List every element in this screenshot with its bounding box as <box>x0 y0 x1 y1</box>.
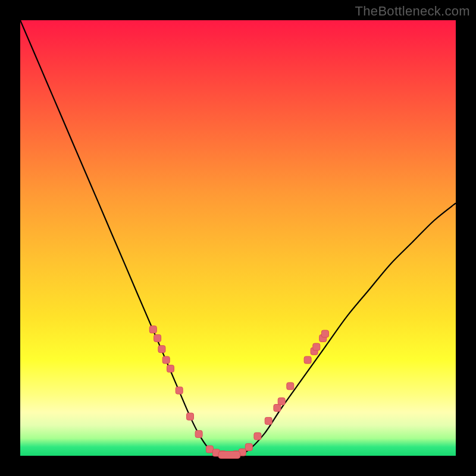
marker-point <box>274 405 281 412</box>
marker-point <box>287 383 294 390</box>
bottleneck-curve <box>20 20 456 456</box>
marker-point <box>245 443 252 450</box>
marker-point <box>154 334 161 342</box>
chart-frame: TheBottleneck.com <box>0 0 476 476</box>
chart-svg <box>20 20 456 456</box>
marker-point <box>254 433 261 440</box>
marker-point <box>149 326 156 333</box>
marker-point <box>313 343 320 350</box>
plot-area <box>20 20 456 456</box>
marker-point <box>321 330 328 337</box>
marker-point <box>206 446 213 453</box>
marker-point <box>278 398 285 405</box>
watermark-text: TheBottleneck.com <box>355 4 470 19</box>
minimum-plateau <box>218 452 240 459</box>
marker-point <box>187 413 194 420</box>
minimum-bar <box>218 452 240 459</box>
marker-point <box>176 387 183 394</box>
marker-point <box>158 346 165 353</box>
marker-point <box>195 430 202 437</box>
marker-point <box>304 356 311 364</box>
curve-markers <box>149 326 328 459</box>
marker-point <box>167 365 174 372</box>
marker-point <box>265 417 272 424</box>
marker-point <box>162 356 170 364</box>
